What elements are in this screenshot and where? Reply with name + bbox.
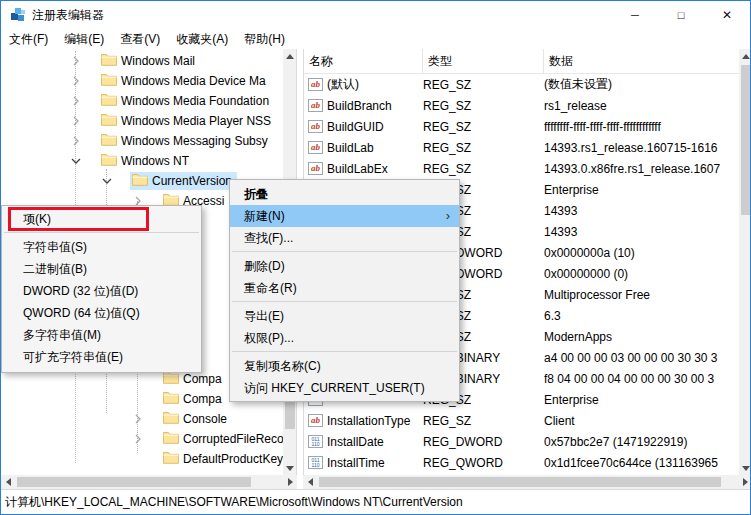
tree-item-5[interactable]: Windows NT: [1, 151, 283, 171]
value-data: 14393.rs1_release.160715-1616: [544, 141, 739, 155]
tree-item-12[interactable]: DefaultProductKey: [1, 449, 283, 469]
scroll-right-arrow[interactable]: [283, 475, 297, 489]
value-type: REG_SZ: [423, 414, 544, 428]
close-button[interactable]: ✕: [704, 1, 750, 29]
tree-node[interactable]: Windows NT: [99, 152, 194, 170]
chevron-right-icon[interactable]: [69, 94, 83, 108]
menu-item-view[interactable]: 查看(V): [112, 29, 168, 50]
context-menu-item-rename[interactable]: 重命名(R): [230, 277, 459, 299]
submenu-item-string-value[interactable]: 字符串值(S): [2, 236, 201, 258]
chevron-right-icon[interactable]: [69, 134, 83, 148]
context-menu-item-collapse[interactable]: 折叠: [230, 183, 459, 205]
value-name-cell: abBuildLabEx: [304, 162, 423, 176]
registry-value-row[interactable]: abBuildGUIDREG_SZffffffff-ffff-ffff-ffff…: [304, 116, 739, 137]
menu-bar: 文件(F)编辑(E)查看(V)收藏夹(A)帮助(H): [1, 29, 750, 49]
registry-value-row[interactable]: abBuildBranchREG_SZrs1_release: [304, 95, 739, 116]
column-header-type[interactable]: 类型: [423, 49, 544, 74]
folder-icon: [101, 93, 117, 109]
tree-node[interactable]: Console: [161, 410, 232, 428]
registry-value-row[interactable]: 011110InstallTimeREG_QWORD0x1d1fcee70c64…: [304, 452, 739, 473]
column-header-data[interactable]: 数据: [544, 49, 739, 74]
menu-item-help[interactable]: 帮助(H): [236, 29, 293, 50]
registry-value-row[interactable]: ab(默认)REG_SZ(数值未设置): [304, 74, 739, 95]
tree-node[interactable]: CorruptedFileRecove: [161, 430, 297, 448]
tree-node[interactable]: Windows Mail: [99, 52, 200, 70]
context-menu-item-goto-hkcu[interactable]: 访问 HKEY_CURRENT_USER(T): [230, 377, 459, 399]
context-menu-item-copy-key-name[interactable]: 复制项名称(C): [230, 355, 459, 377]
tree-item-0[interactable]: Windows Mail: [1, 51, 283, 71]
submenu-item-multi-string[interactable]: 多字符串值(M): [2, 324, 201, 346]
column-header-name[interactable]: 名称: [304, 49, 423, 74]
scroll-left-arrow[interactable]: [1, 475, 15, 489]
tree-horizontal-scrollbar[interactable]: [1, 475, 297, 489]
tree-item-10[interactable]: Console: [1, 409, 283, 429]
context-menu-item-export[interactable]: 导出(E): [230, 305, 459, 327]
maximize-button[interactable]: □: [658, 1, 704, 29]
scroll-right-arrow[interactable]: [738, 475, 751, 489]
chevron-right-icon[interactable]: [131, 412, 145, 426]
folder-icon: [101, 73, 117, 89]
registry-app-icon: [10, 7, 26, 23]
submenu-item-binary-value[interactable]: 二进制值(B): [2, 258, 201, 280]
tree-item-1[interactable]: Windows Media Device Ma: [1, 71, 283, 91]
chevron-down-icon[interactable]: [100, 174, 114, 188]
context-menu-item-permissions[interactable]: 权限(P)...: [230, 327, 459, 349]
annotation-box: [8, 207, 149, 231]
tree-node[interactable]: DefaultProductKey: [161, 450, 288, 468]
chevron-right-icon[interactable]: [69, 54, 83, 68]
chevron-right-icon[interactable]: [131, 432, 145, 446]
new-submenu: 项(K)字符串值(S)二进制值(B)DWORD (32 位)值(D)QWORD …: [1, 205, 202, 373]
registry-value-row[interactable]: abBuildLabExREG_SZ14393.0.x86fre.rs1_rel…: [304, 158, 739, 179]
tree-node[interactable]: Windows Messaging Subsy: [99, 132, 273, 150]
context-menu-item-find[interactable]: 查找(F)...: [230, 227, 459, 249]
chevron-spacer: [131, 372, 145, 386]
value-data: 6.3: [544, 309, 739, 323]
list-vertical-scrollbar[interactable]: [739, 49, 751, 475]
submenu-item-qword-value[interactable]: QWORD (64 位)值(Q): [2, 302, 201, 324]
value-type: REG_DWORD: [423, 435, 544, 449]
list-horizontal-scrollbar[interactable]: [303, 475, 751, 489]
scroll-up-arrow[interactable]: [739, 49, 751, 63]
value-type: REG_QWORD: [423, 456, 544, 470]
scroll-down-arrow[interactable]: [283, 461, 297, 475]
tree-item-4[interactable]: Windows Messaging Subsy: [1, 131, 283, 151]
chevron-right-icon[interactable]: [69, 114, 83, 128]
value-data: 14393: [544, 225, 739, 239]
tree-node[interactable]: Windows Media Device Ma: [99, 72, 271, 90]
string-value-icon: ab: [308, 141, 323, 154]
folder-icon: [101, 133, 117, 149]
context-menu-item-delete[interactable]: 删除(D): [230, 255, 459, 277]
value-name-cell: 011110InstallDate: [304, 435, 423, 449]
value-name-cell: 011110InstallTime: [304, 456, 423, 470]
context-menu-item-new[interactable]: 新建(N)›: [230, 205, 459, 227]
submenu-item-dword-value[interactable]: DWORD (32 位)值(D): [2, 280, 201, 302]
tree-item-3[interactable]: Windows Media Player NSS: [1, 111, 283, 131]
menu-item-edit[interactable]: 编辑(E): [56, 29, 112, 50]
scroll-up-arrow[interactable]: [283, 49, 297, 63]
tree-hscroll-thumb[interactable]: [17, 477, 251, 487]
scroll-left-arrow[interactable]: [303, 475, 317, 489]
submenu-item-expandable-string[interactable]: 可扩充字符串值(E): [2, 346, 201, 368]
registry-value-row[interactable]: abBuildLabREG_SZ14393.rs1_release.160715…: [304, 137, 739, 158]
registry-value-row[interactable]: abInstallationTypeREG_SZClient: [304, 410, 739, 431]
menu-item-favorites[interactable]: 收藏夹(A): [168, 29, 236, 50]
value-data: 0x00000000 (0): [544, 267, 739, 281]
tree-node[interactable]: Compa: [161, 390, 227, 408]
tree-node[interactable]: Windows Media Foundation: [99, 92, 274, 110]
tree-node[interactable]: Windows Media Player NSS: [99, 112, 276, 130]
folder-icon: [163, 371, 179, 387]
string-value-icon: ab: [308, 414, 323, 427]
minimize-button[interactable]: ─: [612, 1, 658, 29]
chevron-right-icon[interactable]: [69, 74, 83, 88]
list-hscroll-thumb[interactable]: [319, 477, 721, 487]
tree-node-selected[interactable]: CurrentVersion: [130, 172, 237, 190]
folder-icon: [163, 411, 179, 427]
scroll-down-arrow[interactable]: [739, 461, 751, 475]
chevron-spacer: [131, 392, 145, 406]
tree-item-2[interactable]: Windows Media Foundation: [1, 91, 283, 111]
tree-item-11[interactable]: CorruptedFileRecove: [1, 429, 283, 449]
list-vscroll-thumb[interactable]: [741, 65, 751, 215]
menu-item-file[interactable]: 文件(F): [1, 29, 56, 50]
chevron-down-icon[interactable]: [69, 154, 83, 168]
registry-value-row[interactable]: 011110InstallDateREG_DWORD0x57bbc2e7 (14…: [304, 431, 739, 452]
